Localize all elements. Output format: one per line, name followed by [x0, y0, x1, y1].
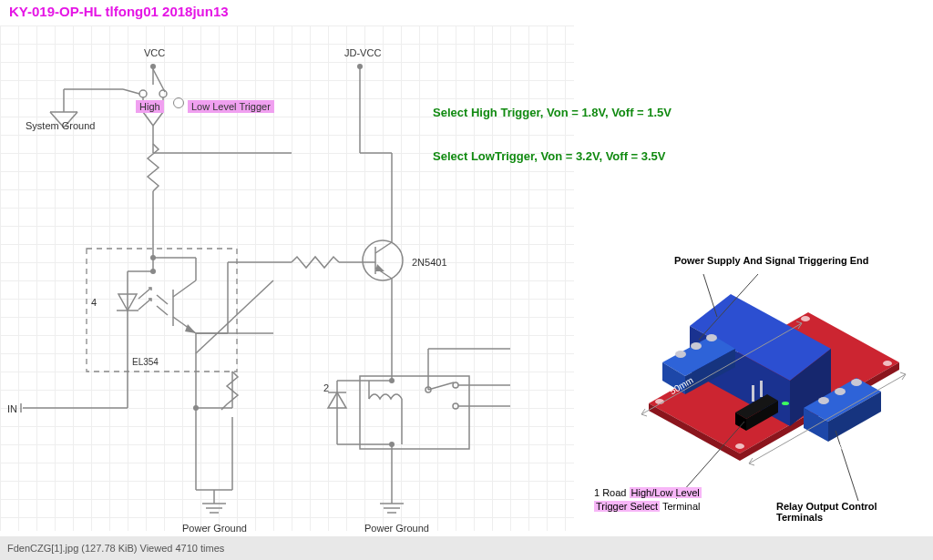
svg-line-86 [428, 382, 454, 390]
photo-label-left-1: 1 Road [594, 487, 630, 498]
label-vcc: VCC [144, 47, 165, 58]
svg-point-108 [675, 351, 686, 358]
symbol-spdt-switch [123, 69, 167, 126]
status-bar: FdenCZG[1].jpg (127.78 KiB) Viewed 4710 … [0, 536, 933, 560]
photo-label-left-pink1: High/Low Level [630, 487, 702, 498]
svg-point-99 [801, 316, 810, 321]
svg-point-100 [883, 361, 892, 366]
photo-label-left-3: Terminal [660, 501, 700, 512]
svg-point-8 [159, 90, 167, 97]
photo-label-left-pink2: Trigger Select [594, 501, 660, 512]
svg-point-7 [139, 90, 147, 97]
symbol-ground-2 [380, 490, 404, 513]
label-el354: EL354 [132, 357, 159, 367]
svg-line-58 [375, 242, 392, 253]
label-high-pill: High [136, 100, 164, 113]
svg-line-9 [153, 69, 165, 92]
svg-point-114 [818, 397, 829, 404]
svg-rect-120 [752, 385, 754, 402]
label-low-trigger-pill: Low Level Trigger [188, 100, 274, 113]
svg-line-29 [157, 295, 168, 304]
page-title: KY-019-OP-HL tlfong01 2018jun13 [9, 4, 229, 19]
label-pin2: 2 [323, 382, 329, 393]
note-high-trigger: Select High Trigger, Von = 1.8V, Voff = … [433, 106, 672, 119]
label-system-ground: System Ground [26, 120, 95, 131]
svg-point-33 [150, 255, 156, 260]
svg-point-84 [453, 382, 458, 388]
svg-line-22 [138, 299, 151, 310]
symbol-relay [360, 376, 469, 449]
symbol-diode [328, 381, 346, 444]
photo-label-right: Relay Output Control Terminals [776, 501, 913, 523]
label-power-ground-2: Power Ground [364, 523, 429, 534]
svg-rect-121 [760, 381, 763, 397]
svg-line-12 [143, 112, 153, 126]
label-pin4: 4 [91, 297, 97, 308]
module-photo: Power Supply And Signal Triggering End 1… [612, 262, 913, 517]
svg-line-14 [123, 89, 139, 94]
symbol-opto-led [117, 271, 151, 344]
svg-line-21 [138, 288, 151, 299]
svg-point-55 [363, 240, 403, 280]
label-jd-vcc: JD-VCC [344, 47, 381, 58]
svg-line-30 [157, 306, 168, 315]
svg-line-26 [173, 280, 196, 297]
symbol-ground-1 [202, 490, 226, 513]
svg-point-110 [706, 334, 717, 341]
switch-dot-marker [173, 97, 184, 108]
svg-point-65 [357, 64, 363, 69]
svg-line-49 [196, 280, 273, 353]
svg-point-109 [691, 342, 702, 350]
svg-point-115 [835, 388, 846, 395]
svg-point-24 [150, 269, 156, 274]
label-2n5401: 2N5401 [412, 257, 447, 268]
svg-marker-28 [185, 324, 196, 333]
label-in: IN [7, 403, 17, 414]
svg-point-122 [782, 402, 789, 405]
photo-label-top: Power Supply And Signal Triggering End [674, 255, 869, 266]
symbol-transistor-2n5401 [363, 240, 403, 280]
symbol-phototransistor [157, 280, 196, 333]
schematic-diagram [0, 25, 574, 531]
svg-point-85 [453, 403, 458, 409]
svg-line-13 [153, 112, 163, 126]
label-power-ground-1: Power Ground [182, 523, 247, 534]
svg-point-116 [851, 379, 862, 386]
note-low-trigger: Select LowTrigger, Von = 3.2V, Voff = 3.… [433, 149, 666, 163]
svg-point-101 [735, 443, 744, 449]
svg-marker-60 [375, 264, 384, 271]
